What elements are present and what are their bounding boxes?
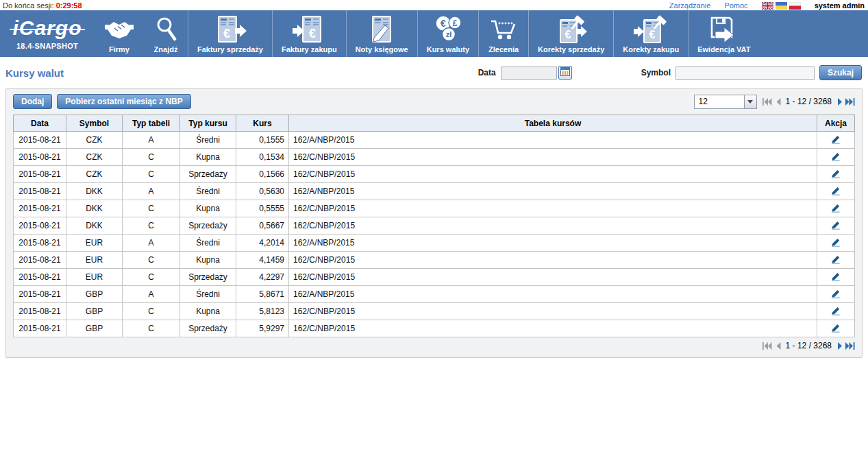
pager-bottom: 1 - 12 / 3268 — [762, 341, 855, 350]
last-page-button[interactable] — [845, 342, 855, 350]
invoice-gavel-in-icon: € — [633, 14, 669, 45]
column-header-0: Data — [14, 115, 66, 132]
table-row: 2015-08-21EURAŚredni4,2014162/A/NBP/2015 — [14, 235, 855, 252]
cell-data: 2015-08-21 — [14, 183, 66, 200]
nav-item-note-pen[interactable]: Noty księgowe — [346, 10, 417, 57]
app-logo[interactable]: iCargo 18.4-SNAPSHOT — [0, 10, 95, 57]
nav-item-handshake[interactable]: Firmy — [95, 10, 144, 57]
calendar-button[interactable] — [558, 66, 572, 80]
edit-pencil-icon[interactable] — [817, 235, 855, 252]
cell-kurs: 4,1459 — [236, 252, 289, 269]
nav-item-invoice-out[interactable]: €Faktury sprzedaży — [188, 10, 272, 57]
nav-item-invoice-gavel-out[interactable]: €Korekty sprzedaży — [528, 10, 613, 57]
cell-tabela-kurs-w: 162/C/NBP/2015 — [289, 217, 817, 235]
search-button[interactable]: Szukaj — [819, 65, 862, 80]
page-title: Kursy walut — [5, 67, 64, 79]
table-row: 2015-08-21CZKCSprzedaży0,1566162/C/NBP/2… — [14, 166, 855, 183]
nav-item-label: Korekty zakupu — [623, 45, 679, 53]
cell-symbol: CZK — [66, 132, 123, 149]
cell-typ-tabeli: C — [123, 269, 180, 286]
cell-typ-tabeli: C — [123, 252, 180, 269]
fetch-nbp-button[interactable]: Pobierz ostatni miesiąc z NBP — [57, 94, 190, 109]
edit-pencil-icon[interactable] — [817, 149, 855, 166]
pager-top: 12 1 - 12 / 3268 — [694, 95, 855, 109]
cell-kurs: 0,1566 — [236, 166, 289, 183]
nav-item-label: Noty księgowe — [356, 45, 408, 53]
table-row: 2015-08-21DKKCKupna0,5555162/C/NBP/2015 — [14, 200, 855, 217]
cell-typ-tabeli: A — [123, 286, 180, 303]
add-button[interactable]: Dodaj — [13, 94, 52, 109]
cell-tabela-kurs-w: 162/C/NBP/2015 — [289, 200, 817, 217]
nav-item-floppy-export[interactable]: Ewidencja VAT — [688, 10, 759, 57]
nav-item-cart[interactable]: Zlecenia — [478, 10, 528, 57]
nav-item-invoice-gavel-in[interactable]: €Korekty zakupu — [613, 10, 688, 57]
cell-tabela-kurs-w: 162/C/NBP/2015 — [289, 166, 817, 183]
cell-data: 2015-08-21 — [14, 252, 66, 269]
uk-flag-icon[interactable] — [762, 2, 773, 10]
edit-pencil-icon[interactable] — [817, 166, 855, 183]
table-row: 2015-08-21CZKAŚredni0,1555162/A/NBP/2015 — [14, 132, 855, 149]
symbol-input[interactable] — [675, 67, 815, 80]
cell-kurs: 5,9297 — [236, 320, 289, 337]
edit-pencil-icon[interactable] — [817, 320, 855, 337]
management-link[interactable]: Zarządzanie — [669, 1, 711, 10]
page-size-select[interactable]: 12 — [694, 95, 757, 109]
cell-typ-tabeli: C — [123, 166, 180, 183]
symbol-field-label: Symbol — [641, 68, 671, 77]
cell-symbol: GBP — [66, 303, 123, 320]
cell-data: 2015-08-21 — [14, 200, 66, 217]
cell-data: 2015-08-21 — [14, 132, 66, 149]
column-header-6: Akcja — [817, 115, 855, 132]
nav-item-label: Korekty sprzedaży — [538, 45, 604, 53]
poland-flag-icon[interactable] — [789, 2, 801, 10]
column-header-4: Kurs — [236, 115, 289, 132]
nav-item-invoice-in[interactable]: €Faktury zakupu — [272, 10, 346, 57]
previous-page-button[interactable] — [775, 98, 782, 106]
cell-tabela-kurs-w: 162/A/NBP/2015 — [289, 235, 817, 252]
svg-text:€: € — [649, 29, 656, 40]
edit-pencil-icon[interactable] — [817, 286, 855, 303]
nav-item-search[interactable]: Znajdź — [144, 10, 188, 57]
edit-pencil-icon[interactable] — [817, 183, 855, 200]
cell-data: 2015-08-21 — [14, 303, 66, 320]
cell-data: 2015-08-21 — [14, 235, 66, 252]
edit-pencil-icon[interactable] — [817, 200, 855, 217]
edit-pencil-icon[interactable] — [817, 132, 855, 149]
session-countdown-label: Do końca sesji: — [3, 1, 54, 10]
edit-pencil-icon[interactable] — [817, 303, 855, 320]
pager-range-text: 1 - 12 / 3268 — [784, 97, 833, 106]
cell-typ-tabeli: A — [123, 183, 180, 200]
cell-symbol: GBP — [66, 320, 123, 337]
first-page-button[interactable] — [762, 342, 772, 350]
column-header-1: Symbol — [66, 115, 123, 132]
cell-tabela-kurs-w: 162/C/NBP/2015 — [289, 252, 817, 269]
previous-page-button[interactable] — [775, 342, 782, 350]
cell-tabela-kurs-w: 162/C/NBP/2015 — [289, 269, 817, 286]
help-link[interactable]: Pomoc — [724, 1, 747, 10]
ukraine-flag-icon[interactable] — [776, 2, 787, 10]
next-page-button[interactable] — [836, 98, 843, 106]
table-body: 2015-08-21CZKAŚredni0,1555162/A/NBP/2015… — [14, 132, 855, 337]
language-flags — [762, 2, 801, 10]
table-row: 2015-08-21DKKCSprzedaży0,5667162/C/NBP/2… — [14, 217, 855, 235]
column-header-2: Typ tabeli — [123, 115, 180, 132]
nav-item-currency-coins[interactable]: €£złKurs waluty — [417, 10, 478, 57]
cell-kurs: 5,8671 — [236, 286, 289, 303]
cell-data: 2015-08-21 — [14, 149, 66, 166]
last-page-button[interactable] — [845, 98, 855, 106]
cell-kurs: 0,1555 — [236, 132, 289, 149]
first-page-button[interactable] — [762, 98, 772, 106]
cell-symbol: CZK — [66, 166, 123, 183]
nav-item-label: Kurs waluty — [427, 45, 469, 53]
cell-kurs: 0,5555 — [236, 200, 289, 217]
edit-pencil-icon[interactable] — [817, 217, 855, 235]
date-input[interactable] — [501, 67, 557, 80]
invoice-out-icon: € — [213, 14, 247, 45]
cell-typ-kursu: Sprzedaży — [180, 166, 236, 183]
cell-typ-kursu: Średni — [180, 286, 236, 303]
svg-text:€: € — [565, 29, 571, 40]
cell-data: 2015-08-21 — [14, 166, 66, 183]
next-page-button[interactable] — [836, 342, 843, 350]
edit-pencil-icon[interactable] — [817, 269, 855, 286]
edit-pencil-icon[interactable] — [817, 252, 855, 269]
